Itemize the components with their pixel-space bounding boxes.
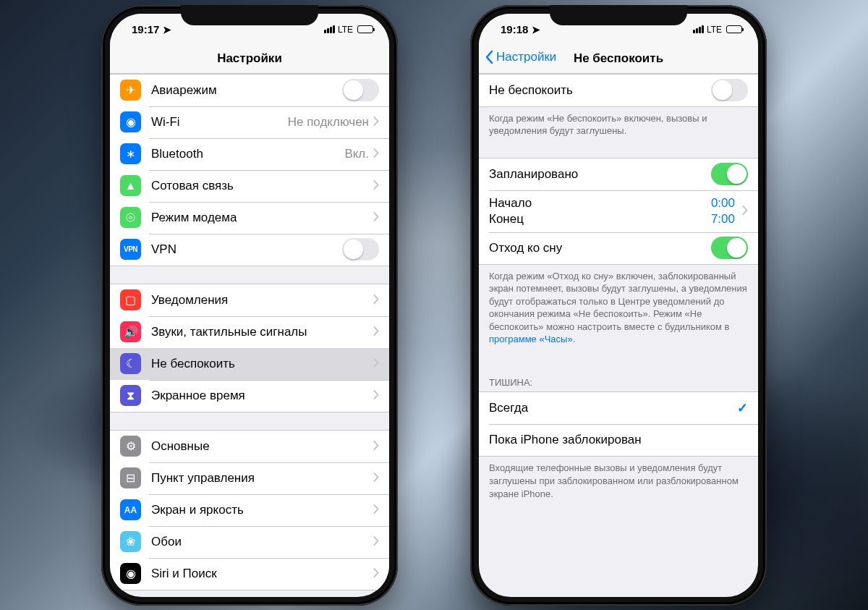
chevron-right-icon xyxy=(373,179,379,192)
wallpaper-icon: ❀ xyxy=(120,531,141,552)
control-icon: ⊟ xyxy=(120,467,141,488)
chevron-right-icon xyxy=(373,294,379,307)
row-label: VPN xyxy=(151,242,342,257)
vpn-switch[interactable] xyxy=(342,238,379,260)
moon-icon: ☾ xyxy=(120,353,141,374)
phone-left: 19:17 ➤ LTE Настройки ✈Авиарежим◉Wi-FiНе… xyxy=(101,5,398,606)
sounds-icon: 🔊 xyxy=(120,321,141,342)
chevron-left-icon xyxy=(485,50,493,64)
bedtime-footer: Когда режим «Отход ко сну» включен, забл… xyxy=(479,265,758,349)
settings-row-sounds[interactable]: 🔊Звуки, тактильные сигналы xyxy=(110,316,389,348)
status-time: 19:18 xyxy=(501,23,528,35)
nav-header: Настройки Не беспокоить xyxy=(479,46,758,74)
scheduled-switch[interactable] xyxy=(711,163,748,185)
chevron-right-icon xyxy=(373,357,379,370)
silence-footer: Входящие телефонные вызовы и уведомления… xyxy=(479,457,758,503)
page-title: Настройки xyxy=(217,51,282,65)
silence-header: ТИШИНА: xyxy=(479,366,758,392)
dnd-toggle-row[interactable]: Не беспокоить xyxy=(479,75,758,106)
row-label: Bluetooth xyxy=(151,147,344,161)
row-label: Основные xyxy=(151,439,373,454)
phone-right: 19:18 ➤ LTE Настройки Не беспокоить Не б… xyxy=(470,5,767,606)
row-label: Пункт управления xyxy=(151,471,373,486)
row-label: Режим модема xyxy=(151,211,373,225)
silence-locked-row[interactable]: Пока iPhone заблокирован xyxy=(479,424,758,456)
row-label: Siri и Поиск xyxy=(151,567,373,581)
status-time: 19:17 xyxy=(132,23,159,35)
row-label: Экран и яркость xyxy=(151,503,373,517)
clock-app-link[interactable]: программе «Часы» xyxy=(489,334,573,344)
row-label: Звуки, тактильные сигналы xyxy=(151,325,373,339)
row-label: Авиарежим xyxy=(151,83,342,98)
airplane-icon: ✈ xyxy=(120,80,141,101)
hotspot-icon: ⦾ xyxy=(120,207,141,228)
settings-row-control[interactable]: ⊟Пункт управления xyxy=(110,462,389,494)
row-label: Обои xyxy=(151,535,373,549)
back-button[interactable]: Настройки xyxy=(485,50,556,64)
chevron-right-icon xyxy=(373,535,379,548)
scheduled-row[interactable]: Запланировано xyxy=(479,158,758,190)
dnd-content[interactable]: Не беспокоить Когда режим «Не беспокоить… xyxy=(479,74,758,596)
silence-always-row[interactable]: Всегда ✓ xyxy=(479,392,758,424)
battery-icon xyxy=(357,25,373,33)
settings-row-general[interactable]: ⚙Основные xyxy=(110,431,389,462)
hourglass-icon: ⧗ xyxy=(120,385,141,406)
settings-row-wifi[interactable]: ◉Wi-FiНе подключен xyxy=(110,106,389,138)
settings-row-screentime[interactable]: ⧗Экранное время xyxy=(110,380,389,412)
scheduled-label: Запланировано xyxy=(489,167,711,182)
gear-icon: ⚙ xyxy=(120,436,141,457)
chevron-right-icon xyxy=(373,472,379,485)
settings-list[interactable]: ✈Авиарежим◉Wi-FiНе подключен∗BluetoothВк… xyxy=(110,74,389,596)
settings-row-display[interactable]: AAЭкран и яркость xyxy=(110,494,389,526)
to-value: 7:00 xyxy=(711,212,735,226)
row-label: Уведомления xyxy=(151,293,373,308)
chevron-right-icon xyxy=(373,326,379,339)
from-label: Начало xyxy=(489,196,532,211)
from-value: 0:00 xyxy=(711,196,735,211)
chevron-right-icon xyxy=(373,211,379,224)
vpn-icon: VPN xyxy=(120,239,141,260)
bluetooth-icon: ∗ xyxy=(120,143,141,164)
chevron-right-icon xyxy=(373,116,379,129)
dnd-switch[interactable] xyxy=(711,79,748,101)
notifications-icon: ▢ xyxy=(120,289,141,310)
settings-row-bluetooth[interactable]: ∗BluetoothВкл. xyxy=(110,138,389,170)
network-label: LTE xyxy=(707,25,722,35)
bedtime-row[interactable]: Отход ко сну xyxy=(479,232,758,264)
network-label: LTE xyxy=(338,25,353,35)
screen-left: 19:17 ➤ LTE Настройки ✈Авиарежим◉Wi-FiНе… xyxy=(110,14,389,597)
notch xyxy=(550,5,687,25)
row-value: Не подключен xyxy=(288,115,369,130)
row-label: Wi-Fi xyxy=(151,115,288,130)
checkmark-icon: ✓ xyxy=(737,400,748,416)
settings-row-airplane[interactable]: ✈Авиарежим xyxy=(110,75,389,106)
row-value: Вкл. xyxy=(344,147,369,161)
settings-row-hotspot[interactable]: ⦾Режим модема xyxy=(110,202,389,234)
screen-right: 19:18 ➤ LTE Настройки Не беспокоить Не б… xyxy=(479,14,758,597)
settings-row-dnd[interactable]: ☾Не беспокоить xyxy=(110,348,389,380)
silence-locked-label: Пока iPhone заблокирован xyxy=(489,433,748,447)
chevron-right-icon xyxy=(373,504,379,517)
settings-row-wallpaper[interactable]: ❀Обои xyxy=(110,526,389,558)
to-label: Конец xyxy=(489,212,524,226)
airplane-switch[interactable] xyxy=(342,79,379,101)
location-icon: ➤ xyxy=(163,24,171,35)
display-icon: AA xyxy=(120,499,141,520)
chevron-right-icon xyxy=(742,205,748,218)
schedule-time-row[interactable]: Начало 0:00 Конец 7:00 xyxy=(479,190,758,232)
row-label: Сотовая связь xyxy=(151,179,373,193)
wifi-icon: ◉ xyxy=(120,111,141,132)
settings-row-siri[interactable]: ◉Siri и Поиск xyxy=(110,558,389,590)
settings-row-notifications[interactable]: ▢Уведомления xyxy=(110,284,389,316)
settings-row-cellular[interactable]: ▲Сотовая связь xyxy=(110,170,389,202)
silence-always-label: Всегда xyxy=(489,401,737,415)
notch xyxy=(181,5,318,25)
row-label: Не беспокоить xyxy=(151,357,373,371)
settings-row-vpn[interactable]: VPNVPN xyxy=(110,234,389,266)
siri-icon: ◉ xyxy=(120,563,141,584)
chevron-right-icon xyxy=(373,440,379,453)
chevron-right-icon xyxy=(373,148,379,161)
battery-icon xyxy=(726,25,742,33)
dnd-label: Не беспокоить xyxy=(489,83,711,98)
bedtime-switch[interactable] xyxy=(711,237,748,259)
